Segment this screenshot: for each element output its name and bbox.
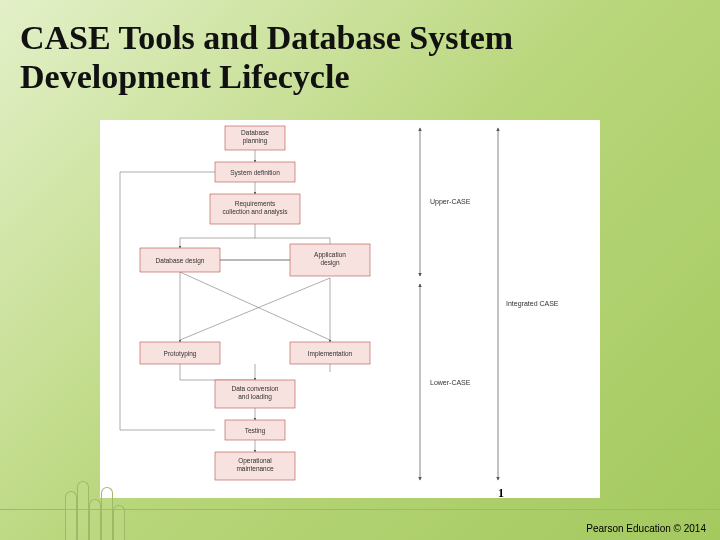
footer-ornament <box>65 480 175 540</box>
svg-text:Integrated CASE: Integrated CASE <box>506 300 559 308</box>
page-number: 1 <box>498 486 504 501</box>
lifecycle-diagram: Databaseplanning System definition Requi… <box>100 120 600 498</box>
svg-text:Prototyping: Prototyping <box>164 350 197 358</box>
svg-line-7 <box>180 272 330 340</box>
slide-title: CASE Tools and Database System Developme… <box>20 18 513 96</box>
box-requirements: Requirementscollection and analysis <box>210 194 300 224</box>
diagram-panel: Databaseplanning System definition Requi… <box>100 120 600 498</box>
box-implementation: Implementation <box>290 342 370 364</box>
box-operational-maintenance: Operationalmaintenance <box>215 452 295 480</box>
svg-text:Implementation: Implementation <box>308 350 353 358</box>
svg-text:Data conversionand loading: Data conversionand loading <box>232 385 279 401</box>
svg-text:Upper-CASE: Upper-CASE <box>430 198 471 206</box>
copyright-text: Pearson Education © 2014 <box>586 523 706 534</box>
box-system-definition: System definition <box>215 162 295 182</box>
bracket-lower-case: Lower-CASE <box>420 284 471 480</box>
svg-text:Operationalmaintenance: Operationalmaintenance <box>236 457 274 472</box>
title-line-1: CASE Tools and Database System <box>20 19 513 56</box>
svg-text:Database design: Database design <box>156 257 205 265</box>
box-testing: Testing <box>225 420 285 440</box>
title-line-2: Development Lifecycle <box>20 58 350 95</box>
svg-text:Databaseplanning: Databaseplanning <box>241 129 269 145</box>
box-database-planning: Databaseplanning <box>225 126 285 150</box>
svg-text:Lower-CASE: Lower-CASE <box>430 379 471 386</box>
box-data-conversion: Data conversionand loading <box>215 380 295 408</box>
bracket-integrated-case: Integrated CASE <box>498 128 559 480</box>
box-application-design: Applicationdesign <box>290 244 370 276</box>
box-prototyping: Prototyping <box>140 342 220 364</box>
svg-text:System definition: System definition <box>230 169 280 177</box>
box-database-design: Database design <box>140 248 220 272</box>
svg-line-8 <box>180 278 330 340</box>
bracket-upper-case: Upper-CASE <box>420 128 471 276</box>
svg-text:Testing: Testing <box>245 427 266 435</box>
